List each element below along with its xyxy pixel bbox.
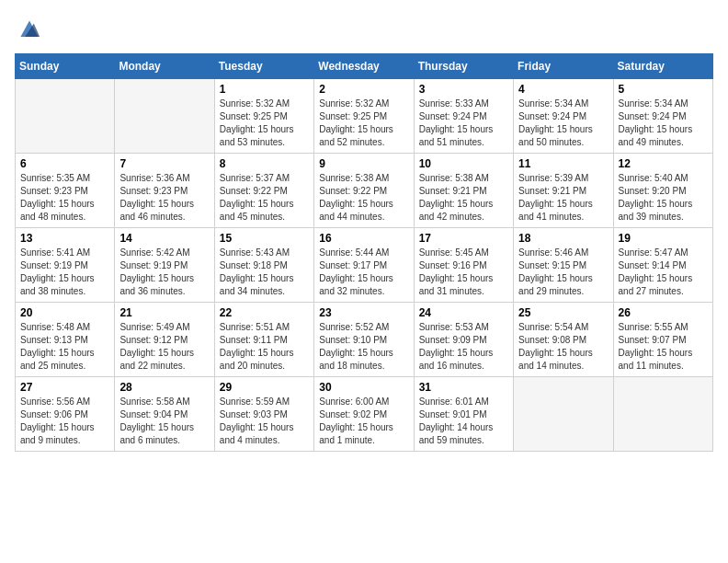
- calendar-cell: 31Sunrise: 6:01 AMSunset: 9:01 PMDayligh…: [414, 377, 513, 452]
- calendar-week-row: 6Sunrise: 5:35 AMSunset: 9:23 PMDaylight…: [16, 154, 713, 228]
- day-number: 22: [220, 306, 309, 319]
- weekday-header: Saturday: [613, 54, 712, 79]
- cell-info: Sunrise: 5:55 AMSunset: 9:07 PMDaylight:…: [619, 321, 708, 373]
- logo: [15, 15, 48, 44]
- calendar-cell: 20Sunrise: 5:48 AMSunset: 9:13 PMDayligh…: [16, 303, 115, 377]
- calendar-week-row: 1Sunrise: 5:32 AMSunset: 9:25 PMDaylight…: [16, 79, 713, 154]
- calendar-cell: 7Sunrise: 5:36 AMSunset: 9:23 PMDaylight…: [115, 154, 214, 228]
- calendar-cell: 30Sunrise: 6:00 AMSunset: 9:02 PMDayligh…: [314, 377, 414, 452]
- calendar-cell: [115, 79, 214, 154]
- day-number: 24: [419, 306, 508, 319]
- cell-info: Sunrise: 5:39 AMSunset: 9:21 PMDaylight:…: [518, 172, 608, 224]
- cell-info: Sunrise: 5:34 AMSunset: 9:24 PMDaylight:…: [619, 98, 708, 149]
- calendar-cell: 6Sunrise: 5:35 AMSunset: 9:23 PMDaylight…: [16, 154, 115, 228]
- day-number: 6: [20, 157, 109, 170]
- cell-info: Sunrise: 5:51 AMSunset: 9:11 PMDaylight:…: [220, 321, 309, 373]
- cell-info: Sunrise: 5:37 AMSunset: 9:22 PMDaylight:…: [220, 172, 309, 224]
- day-number: 15: [220, 232, 309, 245]
- cell-info: Sunrise: 5:45 AMSunset: 9:16 PMDaylight:…: [419, 247, 508, 298]
- calendar-cell: 18Sunrise: 5:46 AMSunset: 9:15 PMDayligh…: [514, 228, 613, 303]
- calendar-cell: [613, 377, 712, 452]
- calendar-cell: 15Sunrise: 5:43 AMSunset: 9:18 PMDayligh…: [214, 228, 313, 303]
- day-number: 28: [119, 381, 209, 394]
- calendar-week-row: 27Sunrise: 5:56 AMSunset: 9:06 PMDayligh…: [16, 377, 713, 452]
- calendar-week-row: 13Sunrise: 5:41 AMSunset: 9:19 PMDayligh…: [16, 228, 713, 303]
- calendar-cell: 1Sunrise: 5:32 AMSunset: 9:25 PMDaylight…: [214, 79, 313, 154]
- cell-info: Sunrise: 5:54 AMSunset: 9:08 PMDaylight:…: [518, 321, 608, 373]
- day-number: 10: [419, 157, 508, 170]
- day-number: 5: [619, 83, 708, 96]
- cell-info: Sunrise: 5:43 AMSunset: 9:18 PMDaylight:…: [220, 247, 309, 298]
- calendar-week-row: 20Sunrise: 5:48 AMSunset: 9:13 PMDayligh…: [16, 303, 713, 377]
- calendar-cell: 11Sunrise: 5:39 AMSunset: 9:21 PMDayligh…: [514, 154, 613, 228]
- day-number: 18: [518, 232, 608, 245]
- cell-info: Sunrise: 5:35 AMSunset: 9:23 PMDaylight:…: [20, 172, 109, 224]
- calendar-cell: 12Sunrise: 5:40 AMSunset: 9:20 PMDayligh…: [613, 154, 712, 228]
- cell-info: Sunrise: 5:33 AMSunset: 9:24 PMDaylight:…: [419, 98, 508, 149]
- calendar-cell: 9Sunrise: 5:38 AMSunset: 9:22 PMDaylight…: [314, 154, 414, 228]
- calendar-cell: 4Sunrise: 5:34 AMSunset: 9:24 PMDaylight…: [514, 79, 613, 154]
- calendar-cell: 24Sunrise: 5:53 AMSunset: 9:09 PMDayligh…: [414, 303, 513, 377]
- weekday-header: Wednesday: [314, 54, 414, 79]
- day-number: 25: [518, 306, 608, 319]
- cell-info: Sunrise: 5:58 AMSunset: 9:04 PMDaylight:…: [119, 396, 209, 447]
- cell-info: Sunrise: 5:40 AMSunset: 9:20 PMDaylight:…: [619, 172, 708, 224]
- day-number: 23: [319, 306, 408, 319]
- calendar-cell: [514, 377, 613, 452]
- calendar-cell: 28Sunrise: 5:58 AMSunset: 9:04 PMDayligh…: [115, 377, 214, 452]
- calendar-cell: 29Sunrise: 5:59 AMSunset: 9:03 PMDayligh…: [214, 377, 313, 452]
- day-number: 12: [619, 157, 708, 170]
- cell-info: Sunrise: 5:36 AMSunset: 9:23 PMDaylight:…: [119, 172, 209, 224]
- cell-info: Sunrise: 5:52 AMSunset: 9:10 PMDaylight:…: [319, 321, 408, 373]
- cell-info: Sunrise: 5:32 AMSunset: 9:25 PMDaylight:…: [319, 98, 408, 149]
- calendar-cell: 26Sunrise: 5:55 AMSunset: 9:07 PMDayligh…: [613, 303, 712, 377]
- day-number: 20: [20, 306, 109, 319]
- cell-info: Sunrise: 5:32 AMSunset: 9:25 PMDaylight:…: [220, 98, 309, 149]
- calendar-table: SundayMondayTuesdayWednesdayThursdayFrid…: [15, 53, 713, 452]
- cell-info: Sunrise: 5:47 AMSunset: 9:14 PMDaylight:…: [619, 247, 708, 298]
- weekday-header: Thursday: [414, 54, 513, 79]
- cell-info: Sunrise: 5:49 AMSunset: 9:12 PMDaylight:…: [119, 321, 209, 373]
- day-number: 17: [419, 232, 508, 245]
- day-number: 7: [119, 157, 209, 170]
- calendar-cell: 14Sunrise: 5:42 AMSunset: 9:19 PMDayligh…: [115, 228, 214, 303]
- calendar-cell: 16Sunrise: 5:44 AMSunset: 9:17 PMDayligh…: [314, 228, 414, 303]
- day-number: 27: [20, 381, 109, 394]
- day-number: 2: [319, 83, 408, 96]
- cell-info: Sunrise: 5:34 AMSunset: 9:24 PMDaylight:…: [518, 98, 608, 149]
- calendar-cell: 13Sunrise: 5:41 AMSunset: 9:19 PMDayligh…: [16, 228, 115, 303]
- cell-info: Sunrise: 5:44 AMSunset: 9:17 PMDaylight:…: [319, 247, 408, 298]
- weekday-header: Monday: [115, 54, 214, 79]
- cell-info: Sunrise: 6:00 AMSunset: 9:02 PMDaylight:…: [319, 396, 408, 447]
- page-header: [15, 15, 713, 44]
- calendar-cell: 19Sunrise: 5:47 AMSunset: 9:14 PMDayligh…: [613, 228, 712, 303]
- cell-info: Sunrise: 5:42 AMSunset: 9:19 PMDaylight:…: [119, 247, 209, 298]
- calendar-cell: 8Sunrise: 5:37 AMSunset: 9:22 PMDaylight…: [214, 154, 313, 228]
- day-number: 14: [119, 232, 209, 245]
- calendar-cell: 2Sunrise: 5:32 AMSunset: 9:25 PMDaylight…: [314, 79, 414, 154]
- cell-info: Sunrise: 5:53 AMSunset: 9:09 PMDaylight:…: [419, 321, 508, 373]
- weekday-header: Friday: [514, 54, 613, 79]
- calendar-cell: 22Sunrise: 5:51 AMSunset: 9:11 PMDayligh…: [214, 303, 313, 377]
- calendar-cell: 3Sunrise: 5:33 AMSunset: 9:24 PMDaylight…: [414, 79, 513, 154]
- weekday-header: Sunday: [16, 54, 115, 79]
- calendar-header-row: SundayMondayTuesdayWednesdayThursdayFrid…: [16, 54, 713, 79]
- cell-info: Sunrise: 5:59 AMSunset: 9:03 PMDaylight:…: [220, 396, 309, 447]
- day-number: 16: [319, 232, 408, 245]
- day-number: 1: [220, 83, 309, 96]
- calendar-cell: 25Sunrise: 5:54 AMSunset: 9:08 PMDayligh…: [514, 303, 613, 377]
- cell-info: Sunrise: 5:38 AMSunset: 9:22 PMDaylight:…: [319, 172, 408, 224]
- calendar-cell: 17Sunrise: 5:45 AMSunset: 9:16 PMDayligh…: [414, 228, 513, 303]
- cell-info: Sunrise: 5:41 AMSunset: 9:19 PMDaylight:…: [20, 247, 109, 298]
- calendar-cell: [16, 79, 115, 154]
- day-number: 29: [220, 381, 309, 394]
- cell-info: Sunrise: 5:56 AMSunset: 9:06 PMDaylight:…: [20, 396, 109, 447]
- day-number: 30: [319, 381, 408, 394]
- calendar-cell: 23Sunrise: 5:52 AMSunset: 9:10 PMDayligh…: [314, 303, 414, 377]
- weekday-header: Tuesday: [214, 54, 313, 79]
- calendar-cell: 27Sunrise: 5:56 AMSunset: 9:06 PMDayligh…: [16, 377, 115, 452]
- calendar-cell: 10Sunrise: 5:38 AMSunset: 9:21 PMDayligh…: [414, 154, 513, 228]
- day-number: 19: [619, 232, 708, 245]
- day-number: 31: [419, 381, 508, 394]
- day-number: 11: [518, 157, 608, 170]
